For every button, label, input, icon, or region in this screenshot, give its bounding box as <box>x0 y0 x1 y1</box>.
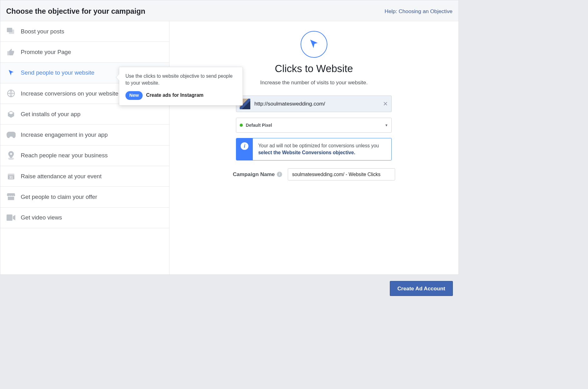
globe-icon <box>6 89 16 98</box>
objective-event-attendance[interactable]: 31 Raise attendance at your event <box>0 166 169 187</box>
details-subtitle: Increase the number of visits to your we… <box>260 79 368 86</box>
objective-label: Get people to claim your offer <box>21 194 97 200</box>
chevron-down-icon: ▼ <box>385 123 388 127</box>
objective-promote-page[interactable]: Promote your Page <box>0 42 169 62</box>
pixel-select[interactable]: Default Pixel ▼ <box>236 118 392 133</box>
objective-list: Boost your posts Promote your Page Send … <box>0 21 169 274</box>
objective-local-reach[interactable]: Reach people near your business <box>0 145 169 166</box>
campaign-name-label: Campaign Name <box>233 171 275 178</box>
pixel-name: Default Pixel <box>246 123 272 128</box>
conversion-info-panel: i Your ad will not be optimized for conv… <box>236 138 392 160</box>
objective-tooltip: Use the clicks to website objective to s… <box>119 67 243 105</box>
url-text: http://soulmateswedding.com/ <box>254 101 383 107</box>
objective-label: Increase conversions on your website <box>21 90 119 97</box>
objective-label: Reach people near your business <box>21 152 108 159</box>
details-title: Clicks to Website <box>275 63 353 75</box>
objective-claim-offer[interactable]: Get people to claim your offer <box>0 187 169 207</box>
objective-details: Clicks to Website Increase the number of… <box>169 21 458 274</box>
objective-label: Boost your posts <box>21 28 64 35</box>
panel-header: Choose the objective for your campaign H… <box>0 0 458 21</box>
page-title: Choose the objective for your campaign <box>6 7 145 16</box>
clear-url-icon[interactable]: ✕ <box>383 101 388 107</box>
svg-rect-4 <box>8 174 14 175</box>
cursor-hero-icon <box>301 31 327 58</box>
info-icon[interactable]: i <box>277 172 282 177</box>
svg-text:31: 31 <box>9 176 13 179</box>
website-url-field[interactable]: http://soulmateswedding.com/ ✕ <box>236 96 392 112</box>
location-icon <box>6 151 16 160</box>
info-panel-body: Your ad will not be optimized for conver… <box>253 138 391 160</box>
objective-label: Increase engagement in your app <box>21 131 108 138</box>
new-badge: New <box>125 91 143 100</box>
tooltip-text: Use the clicks to website objective to s… <box>125 73 236 87</box>
box-icon <box>6 109 16 119</box>
tooltip-extra: Create ads for Instagram <box>146 92 203 99</box>
svg-rect-1 <box>9 29 14 34</box>
gamepad-icon <box>6 130 16 140</box>
like-icon <box>6 47 16 57</box>
svg-rect-7 <box>7 214 12 221</box>
storefront-icon <box>6 192 16 202</box>
objective-label: Promote your Page <box>21 49 71 56</box>
campaign-name-row: Campaign Name i <box>233 168 395 180</box>
help-link[interactable]: Help: Choosing an Objective <box>385 8 452 15</box>
svg-rect-6 <box>8 197 14 200</box>
info-panel-accent: i <box>236 138 253 160</box>
website-conversions-link[interactable]: select the Website Conversions objective… <box>258 150 355 155</box>
objective-app-engagement[interactable]: Increase engagement in your app <box>0 125 169 145</box>
campaign-name-input[interactable] <box>288 168 395 180</box>
objective-label: Send people to your website <box>21 69 95 76</box>
objective-app-installs[interactable]: Get installs of your app <box>0 104 169 125</box>
objective-label: Get installs of your app <box>21 111 81 118</box>
create-ad-account-button[interactable]: Create Ad Account <box>390 281 453 296</box>
objective-boost-posts[interactable]: Boost your posts <box>0 21 169 42</box>
objective-label: Raise attendance at your event <box>21 173 102 180</box>
objective-label: Get video views <box>21 214 62 221</box>
posts-icon <box>6 27 16 36</box>
info-icon: i <box>241 142 248 150</box>
campaign-objective-panel: Choose the objective for your campaign H… <box>0 0 459 275</box>
status-dot-icon <box>240 124 243 127</box>
footer-bar: Create Ad Account <box>0 275 459 303</box>
video-icon <box>6 213 16 223</box>
info-text: Your ad will not be optimized for conver… <box>258 143 379 148</box>
cursor-icon <box>6 68 16 78</box>
calendar-icon: 31 <box>6 171 16 181</box>
objective-video-views[interactable]: Get video views <box>0 208 169 228</box>
panel-content: Boost your posts Promote your Page Send … <box>0 21 458 274</box>
